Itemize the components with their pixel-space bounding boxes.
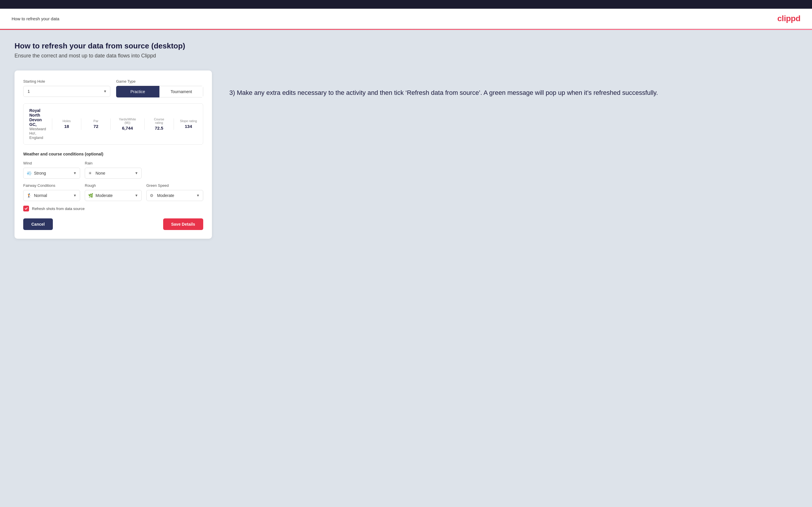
holes-stat: Holes 18: [58, 119, 75, 129]
course-rating-value: 72.5: [150, 126, 168, 130]
wind-rain-row: Wind 💨 Strong Light None ▼ Rain ☀: [23, 161, 203, 179]
starting-hole-group: Starting Hole 1 2 10 ▼: [23, 79, 110, 98]
course-name: Royal North Devon GC,: [29, 108, 46, 127]
refresh-checkbox-label: Refresh shots from data source: [32, 207, 85, 211]
starting-hole-select-wrapper: 1 2 10 ▼: [23, 86, 110, 97]
rough-label: Rough: [85, 183, 142, 188]
header: How to refresh your data clippd: [0, 9, 812, 29]
course-info-box: Royal North Devon GC, Westward Ho!, Engl…: [23, 103, 203, 145]
conditions-row-2: Fairway Conditions 🏌 Normal Soft Hard ▼ …: [23, 183, 203, 201]
wind-label: Wind: [23, 161, 80, 165]
par-value: 72: [87, 124, 104, 129]
yards-label: Yards/White (M)): [116, 117, 138, 124]
rain-select-wrapper: ☀ None Light Heavy ▼: [85, 168, 142, 179]
checkbox-row: Refresh shots from data source: [23, 206, 203, 212]
save-button[interactable]: Save Details: [163, 218, 204, 230]
divider-3: [110, 118, 111, 130]
yards-value: 6,744: [116, 126, 138, 130]
side-instructions: 3) Make any extra edits necessary to the…: [230, 70, 798, 98]
page-heading: How to refresh your data from source (de…: [14, 42, 798, 51]
rough-group: Rough 🌿 Moderate Light Heavy ▼: [85, 183, 142, 201]
green-speed-select[interactable]: Moderate Slow Fast: [146, 190, 203, 201]
rough-icon: 🌿: [88, 193, 93, 198]
divider-4: [144, 118, 145, 130]
course-rating-stat: Course rating 72.5: [150, 117, 168, 130]
divider-5: [173, 118, 174, 130]
main-content: How to refresh your data from source (de…: [0, 30, 812, 507]
green-speed-label: Green Speed: [146, 183, 203, 188]
refresh-checkbox[interactable]: [23, 206, 29, 212]
green-speed-group: Green Speed ⚙ Moderate Slow Fast ▼: [146, 183, 203, 201]
divider-2: [81, 118, 81, 130]
slope-rating-stat: Slope rating 134: [180, 119, 197, 129]
wind-group: Wind 💨 Strong Light None ▼: [23, 161, 80, 179]
slope-rating-label: Slope rating: [180, 119, 197, 123]
divider-1: [52, 118, 52, 130]
course-rating-label: Course rating: [150, 117, 168, 124]
yards-stat: Yards/White (M)) 6,744: [116, 117, 138, 130]
header-title: How to refresh your data: [12, 16, 59, 21]
form-panel: Starting Hole 1 2 10 ▼ Game Type Practic…: [14, 70, 212, 239]
fairway-group: Fairway Conditions 🏌 Normal Soft Hard ▼: [23, 183, 80, 201]
course-name-block: Royal North Devon GC, Westward Ho!, Engl…: [29, 108, 46, 140]
conditions-title: Weather and course conditions (optional): [23, 152, 203, 156]
holes-label: Holes: [58, 119, 75, 123]
course-location: Westward Ho!, England: [29, 127, 46, 140]
green-speed-icon: ⚙: [150, 193, 154, 198]
game-type-label: Game Type: [116, 79, 203, 83]
wind-select[interactable]: Strong Light None: [23, 168, 80, 179]
rain-group: Rain ☀ None Light Heavy ▼: [85, 161, 142, 179]
rain-label: Rain: [85, 161, 142, 165]
content-layout: Starting Hole 1 2 10 ▼ Game Type Practic…: [14, 70, 798, 239]
fairway-icon: 🏌: [27, 193, 32, 198]
form-actions: Cancel Save Details: [23, 218, 203, 230]
top-form-row: Starting Hole 1 2 10 ▼ Game Type Practic…: [23, 79, 203, 98]
top-bar: [0, 0, 812, 9]
cancel-button[interactable]: Cancel: [23, 218, 53, 230]
rough-select-wrapper: 🌿 Moderate Light Heavy ▼: [85, 190, 142, 201]
starting-hole-label: Starting Hole: [23, 79, 110, 83]
par-stat: Par 72: [87, 119, 104, 129]
tournament-button[interactable]: Tournament: [159, 86, 203, 98]
page-subheading: Ensure the correct and most up to date d…: [14, 53, 798, 59]
fairway-select[interactable]: Normal Soft Hard: [23, 190, 80, 201]
rough-select[interactable]: Moderate Light Heavy: [85, 190, 142, 201]
wind-select-wrapper: 💨 Strong Light None ▼: [23, 168, 80, 179]
instruction-text: 3) Make any extra edits necessary to the…: [230, 88, 798, 98]
starting-hole-select[interactable]: 1 2 10: [23, 86, 110, 97]
holes-value: 18: [58, 124, 75, 129]
slope-rating-value: 134: [180, 124, 197, 129]
green-speed-select-wrapper: ⚙ Moderate Slow Fast ▼: [146, 190, 203, 201]
rain-icon: ☀: [88, 171, 92, 175]
fairway-label: Fairway Conditions: [23, 183, 80, 188]
wind-icon: 💨: [27, 171, 32, 175]
par-label: Par: [87, 119, 104, 123]
game-type-buttons: Practice Tournament: [116, 86, 203, 98]
logo: clippd: [777, 14, 800, 23]
fairway-select-wrapper: 🏌 Normal Soft Hard ▼: [23, 190, 80, 201]
rain-select[interactable]: None Light Heavy: [85, 168, 142, 179]
practice-button[interactable]: Practice: [116, 86, 159, 98]
game-type-group: Game Type Practice Tournament: [116, 79, 203, 98]
